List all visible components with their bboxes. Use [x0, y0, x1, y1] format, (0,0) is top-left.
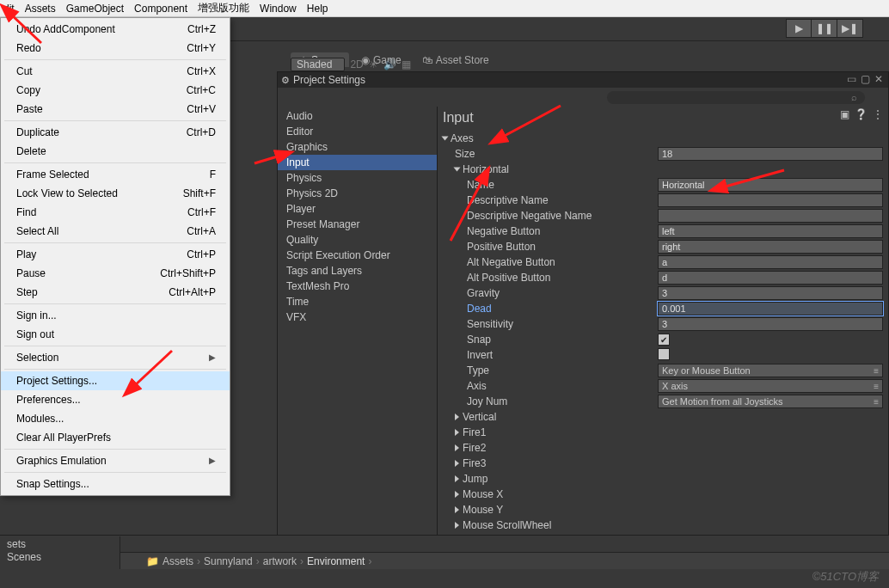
menu-item[interactable]: Graphics Emulation▶	[1, 451, 230, 470]
play-button[interactable]: ▶	[786, 19, 812, 38]
menu-item[interactable]: Selection▶	[1, 348, 230, 367]
property-row[interactable]: Fire2	[443, 440, 883, 456]
property-row[interactable]: Name	[443, 177, 883, 193]
property-row[interactable]: Horizontal	[443, 162, 883, 177]
menu-item[interactable]: PlayCtrl+P	[1, 245, 230, 264]
menu-item[interactable]: Sign out	[1, 325, 230, 344]
menu-item[interactable]: Frame SelectedF	[1, 165, 230, 184]
menu-item[interactable]: StepCtrl+Alt+P	[1, 283, 230, 302]
property-input[interactable]	[658, 302, 883, 315]
settings-category[interactable]: Quality	[278, 232, 437, 248]
settings-category[interactable]: Tags and Layers	[278, 263, 437, 279]
property-row[interactable]: Positive Button	[443, 239, 883, 254]
menu-help[interactable]: Help	[307, 3, 328, 15]
settings-category[interactable]: Physics	[278, 170, 437, 186]
tab-asset-store[interactable]: 🛍 Asset Store	[414, 52, 498, 67]
menu-item[interactable]: RedoCtrl+Y	[1, 39, 230, 58]
light-icon[interactable]: ☀	[369, 58, 378, 70]
property-dropdown[interactable]: Key or Mouse Button	[658, 364, 883, 377]
fx-icon[interactable]: ▦	[402, 58, 411, 70]
project-settings-titlebar[interactable]: ⚙ Project Settings ▭ ▢ ✕	[278, 72, 888, 88]
property-input[interactable]	[658, 224, 883, 238]
property-row[interactable]: Negative Button	[443, 224, 883, 239]
menu-bar[interactable]: dit Assets GameObject Component 增强版功能 Wi…	[0, 0, 889, 17]
menu-item[interactable]: PasteCtrl+V	[1, 100, 230, 119]
shading-mode-dropdown[interactable]: Shaded	[291, 58, 345, 71]
property-row[interactable]: Gravity	[443, 285, 883, 301]
property-row[interactable]: AxisX axis	[443, 378, 883, 394]
window-max-icon[interactable]: ▢	[859, 73, 871, 85]
settings-category[interactable]: Player	[278, 201, 437, 217]
property-row[interactable]: Vertical	[443, 409, 883, 425]
menu-assets[interactable]: Assets	[25, 3, 56, 15]
settings-category[interactable]: Preset Manager	[278, 217, 437, 232]
panel-icon-open[interactable]: ▣	[840, 108, 849, 120]
pause-button[interactable]: ❚❚	[812, 19, 837, 38]
menu-item[interactable]: Clear All PlayerPrefs	[1, 428, 230, 447]
panel-icon-help[interactable]: ❔	[855, 108, 868, 120]
audio-icon[interactable]: 🔊	[383, 58, 396, 70]
menu-item[interactable]: Sign in...	[1, 306, 230, 325]
property-input[interactable]	[658, 209, 883, 223]
property-input[interactable]	[658, 271, 883, 285]
window-close-icon[interactable]: ✕	[873, 73, 885, 85]
property-row[interactable]: Sensitivity	[443, 316, 883, 332]
property-row[interactable]: Fire1	[443, 425, 883, 440]
property-row[interactable]: Mouse X	[443, 487, 883, 502]
settings-category[interactable]: Editor	[278, 124, 437, 139]
property-row[interactable]: Mouse Y	[443, 502, 883, 518]
panel-icon-menu[interactable]: ⋮	[873, 108, 883, 120]
search-input[interactable]	[607, 91, 865, 104]
menu-item[interactable]: Snap Settings...	[1, 475, 230, 493]
property-input[interactable]	[658, 317, 883, 331]
property-dropdown[interactable]: X axis	[658, 379, 883, 393]
menu-gameobject[interactable]: GameObject	[66, 3, 124, 15]
property-checkbox[interactable]: ✔	[658, 334, 670, 346]
property-row[interactable]: Descriptive Negative Name	[443, 208, 883, 224]
property-row[interactable]: Jump	[443, 471, 883, 487]
property-dropdown[interactable]: Get Motion from all Joysticks	[658, 395, 883, 408]
menu-edit[interactable]: dit	[3, 3, 15, 15]
property-input[interactable]	[658, 286, 883, 300]
property-input[interactable]	[658, 193, 883, 207]
property-row[interactable]: Snap✔	[443, 332, 883, 347]
property-row[interactable]: Alt Negative Button	[443, 254, 883, 270]
settings-category[interactable]: Physics 2D	[278, 186, 437, 201]
property-row[interactable]: Alt Positive Button	[443, 270, 883, 285]
menu-item[interactable]: Modules...	[1, 409, 230, 428]
step-button[interactable]: ▶❚	[837, 19, 863, 38]
settings-category[interactable]: TextMesh Pro	[278, 279, 437, 294]
menu-item[interactable]: CopyCtrl+C	[1, 81, 230, 100]
settings-category[interactable]: VFX	[278, 309, 437, 325]
property-input[interactable]	[658, 178, 883, 192]
property-row[interactable]: Invert	[443, 347, 883, 363]
property-checkbox[interactable]	[658, 348, 670, 360]
property-row[interactable]: Descriptive Name	[443, 193, 883, 208]
menu-item[interactable]: PauseCtrl+Shift+P	[1, 264, 230, 283]
property-input[interactable]	[658, 240, 883, 254]
menu-item[interactable]: Lock View to SelectedShift+F	[1, 184, 230, 203]
property-row[interactable]: TypeKey or Mouse Button	[443, 363, 883, 378]
menu-item[interactable]: DuplicateCtrl+D	[1, 123, 230, 142]
menu-enhanced[interactable]: 增强版功能	[198, 1, 249, 15]
property-row[interactable]: Axes	[443, 131, 883, 146]
menu-item[interactable]: Undo AddComponentCtrl+Z	[1, 20, 230, 39]
settings-category[interactable]: Time	[278, 294, 437, 309]
settings-category[interactable]: Input	[278, 155, 437, 170]
property-row[interactable]: Fire3	[443, 456, 883, 471]
menu-component[interactable]: Component	[134, 3, 187, 15]
property-row[interactable]: Dead	[443, 301, 883, 316]
menu-item[interactable]: Delete	[1, 142, 230, 161]
property-row[interactable]: Joy NumGet Motion from all Joysticks	[443, 394, 883, 409]
menu-item[interactable]: Project Settings...	[1, 371, 230, 390]
menu-item[interactable]: Select AllCtrl+A	[1, 222, 230, 241]
view-mode-2d[interactable]: 2D	[350, 58, 363, 70]
property-row[interactable]: Size	[443, 146, 883, 162]
settings-category[interactable]: Audio	[278, 108, 437, 124]
menu-item[interactable]: CutCtrl+X	[1, 62, 230, 81]
menu-item[interactable]: FindCtrl+F	[1, 203, 230, 222]
property-input[interactable]	[658, 255, 883, 269]
property-input[interactable]	[658, 147, 883, 161]
menu-window[interactable]: Window	[260, 3, 297, 15]
window-min-icon[interactable]: ▭	[845, 73, 857, 85]
